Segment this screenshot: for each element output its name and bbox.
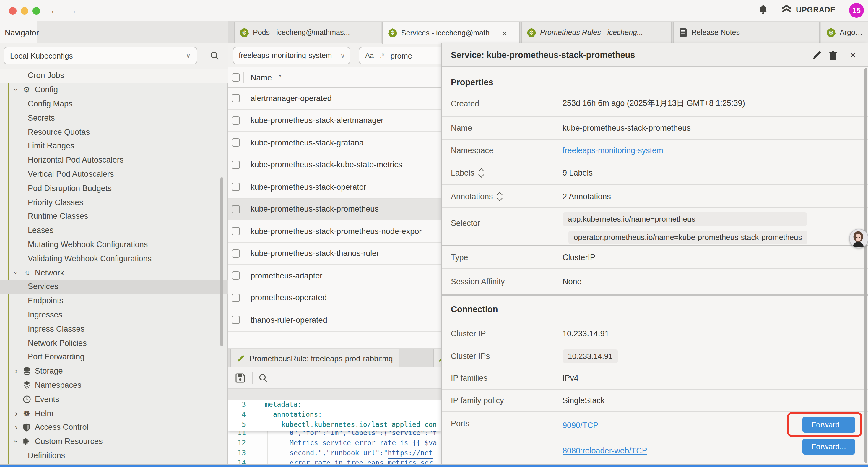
row-checkbox[interactable] [231, 205, 240, 213]
row-checkbox[interactable] [231, 161, 240, 169]
sidebar-item-vertical-pod-autoscalers[interactable]: Vertical Pod Autoscalers [0, 167, 228, 181]
row-checkbox[interactable] [231, 250, 240, 258]
list-search-box[interactable]: Aa .* [359, 47, 441, 64]
sidebar-item-endpoints[interactable]: Endpoints [0, 294, 228, 308]
sidebar-item-cron-jobs[interactable]: Cron Jobs [0, 68, 228, 83]
table-row[interactable]: prometheus-adapter [228, 265, 441, 287]
sidebar-item-runtime-classes[interactable]: Runtime Classes [0, 209, 228, 224]
sidebar-group-access-control[interactable]: ›Access Control [0, 420, 228, 435]
row-checkbox[interactable] [231, 139, 240, 147]
expand-collapse-icon[interactable] [479, 169, 483, 177]
chevron-down-icon[interactable]: › [12, 437, 21, 445]
search-input[interactable] [390, 51, 432, 60]
edit-pencil-icon[interactable] [812, 50, 822, 60]
tab-argo[interactable]: ☸ Argo Se [821, 22, 868, 43]
namespace-link[interactable]: freeleaps-monitoring-system [562, 146, 663, 154]
close-icon[interactable]: × [848, 50, 858, 60]
row-checkbox[interactable] [231, 294, 240, 302]
sidebar-group-custom-resources[interactable]: ›Custom Resources [0, 434, 228, 448]
forward-button-8080[interactable]: Forward... [802, 438, 855, 454]
sidebar-item-network-policies[interactable]: Network Policies [0, 336, 228, 350]
namespace-select[interactable]: freeleaps-monitoring-system ∨ [233, 47, 350, 64]
sidebar-item-horizontal-pod-autoscalers[interactable]: Horizontal Pod Autoscalers [0, 153, 228, 167]
upgrade-button[interactable]: UPGRADE [781, 5, 836, 15]
sidebar-item-namespaces[interactable]: Namespaces [0, 378, 228, 392]
table-row[interactable]: thanos-ruler-operated [228, 309, 441, 331]
sidebar-item-secrets[interactable]: Secrets [0, 111, 228, 125]
back-arrow-icon[interactable]: ← [50, 4, 60, 18]
expand-collapse-icon[interactable] [498, 193, 502, 200]
forward-arrow-icon[interactable]: → [67, 4, 78, 18]
sidebar-scrollbar-thumb[interactable] [220, 177, 223, 346]
port-link-9090[interactable]: 9090/TCP [562, 421, 598, 430]
table-row[interactable]: kube-prometheus-stack-thanos-ruler [228, 243, 441, 265]
runbook-url-link[interactable]: https://net [388, 449, 433, 459]
table-row[interactable]: kube-prometheus-stack-alertmanager [228, 110, 441, 132]
editor-tab-partial[interactable] [433, 349, 441, 367]
sidebar-item-ingresses[interactable]: Ingresses [0, 308, 228, 322]
sidebar-item-limit-ranges[interactable]: Limit Ranges [0, 139, 228, 153]
sidebar-item-services[interactable]: Services [0, 280, 228, 294]
chevron-down-icon[interactable]: › [12, 269, 21, 276]
tab-release-notes[interactable]: Release Notes [673, 22, 819, 43]
user-avatar[interactable] [849, 229, 868, 248]
chevron-down-icon[interactable]: › [12, 86, 21, 93]
select-all-checkbox[interactable] [231, 73, 240, 82]
regex-toggle[interactable]: .* [380, 52, 384, 60]
tab-pods[interactable]: ☸ Pods - icecheng@mathmas... [234, 22, 381, 43]
table-row[interactable]: alertmanager-operated [228, 87, 441, 110]
panel-scrollbar-thumb[interactable] [864, 68, 867, 463]
name-column-header[interactable]: Name [251, 73, 272, 82]
sidebar-item-validating-webhook-configurations[interactable]: Validating Webhook Configurations [0, 252, 228, 266]
sidebar-item-leases[interactable]: Leases [0, 224, 228, 238]
notifications-button[interactable] [759, 5, 768, 15]
tab-services[interactable]: ☸ Services - icecheng@math... × [382, 22, 520, 44]
row-checkbox[interactable] [231, 272, 240, 280]
sidebar-item-priority-classes[interactable]: Priority Classes [0, 195, 228, 209]
table-row[interactable]: kube-prometheus-stack-operator [228, 176, 441, 198]
yaml-editor[interactable]: 11 0","for":"1m","labels":{"service":"f … [228, 400, 441, 465]
sort-ascending-icon[interactable]: ^ [278, 73, 282, 82]
sidebar-item-definitions[interactable]: Definitions [0, 448, 228, 463]
notification-count-badge[interactable]: 15 [849, 3, 864, 18]
sidebar-group-storage[interactable]: ›Storage [0, 364, 228, 378]
row-checkbox[interactable] [231, 316, 240, 324]
chevron-right-icon[interactable]: › [12, 367, 20, 375]
table-row-selected[interactable]: kube-prometheus-stack-prometheus [228, 198, 441, 221]
sidebar-search-button[interactable] [207, 48, 222, 63]
editor-search-button[interactable] [259, 373, 268, 382]
chevron-right-icon[interactable]: › [12, 409, 20, 418]
editor-tab-prometheusrule[interactable]: PrometheusRule: freeleaps-prod-rabbitmq [230, 349, 399, 367]
row-checkbox[interactable] [231, 227, 240, 236]
tab-close-icon[interactable]: × [502, 28, 507, 37]
table-row[interactable]: kube-prometheus-stack-grafana [228, 132, 441, 154]
kubeconfig-select[interactable]: Local Kubeconfigs ∨ [4, 47, 197, 64]
sidebar-item-ingress-classes[interactable]: Ingress Classes [0, 322, 228, 336]
sidebar-item-config-maps[interactable]: Config Maps [0, 97, 228, 111]
tab-navigator[interactable]: Navigator [0, 21, 37, 44]
table-row[interactable]: prometheus-operated [228, 287, 441, 309]
sidebar-item-events[interactable]: Events [0, 392, 228, 406]
chevron-right-icon[interactable]: › [12, 423, 20, 432]
table-row[interactable]: kube-prometheus-stack-prometheus-node-ex… [228, 221, 441, 243]
sidebar-group-config[interactable]: ›⚙Config [0, 83, 228, 97]
tab-prometheus-rules[interactable]: ☸ Prometheus Rules - icecheng... [521, 22, 672, 43]
row-checkbox[interactable] [231, 183, 240, 191]
window-minimize-button[interactable] [21, 7, 28, 14]
sidebar-item-mutating-webhook-configurations[interactable]: Mutating Webhook Configurations [0, 237, 228, 252]
delete-trash-icon[interactable] [828, 50, 838, 60]
save-button[interactable] [235, 373, 245, 383]
row-checkbox[interactable] [231, 116, 240, 125]
window-zoom-button[interactable] [32, 7, 40, 14]
bell-icon [759, 5, 768, 15]
sidebar-item-pod-disruption-budgets[interactable]: Pod Disruption Budgets [0, 181, 228, 195]
sidebar-group-helm[interactable]: ›☸Helm [0, 406, 228, 420]
match-case-toggle[interactable]: Aa [365, 52, 374, 60]
row-checkbox[interactable] [231, 94, 240, 103]
port-link-8080[interactable]: 8080:reloader-web/TCP [562, 446, 647, 455]
table-row[interactable]: kube-prometheus-stack-kube-state-metrics [228, 154, 441, 176]
window-close-button[interactable] [9, 7, 17, 14]
sidebar-item-resource-quotas[interactable]: Resource Quotas [0, 125, 228, 139]
sidebar-item-port-forwarding[interactable]: Port Forwarding [0, 350, 228, 364]
sidebar-group-network[interactable]: ›↑↓Network [0, 265, 228, 280]
